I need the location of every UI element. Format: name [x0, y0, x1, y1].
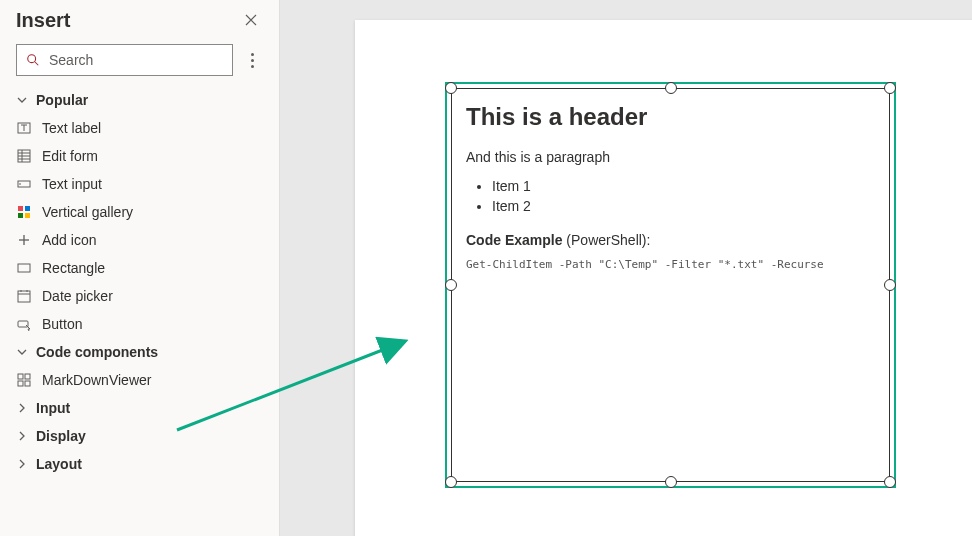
calendar-icon	[16, 288, 32, 304]
item-label: Text label	[42, 120, 101, 136]
rectangle-icon	[16, 260, 32, 276]
preview-code: Get-ChildItem -Path "C:\Temp" -Filter "*…	[466, 258, 875, 271]
item-label: Edit form	[42, 148, 98, 164]
preview-paragraph: And this is a paragraph	[466, 149, 875, 165]
svg-rect-27	[25, 381, 30, 386]
preview-header: This is a header	[466, 103, 875, 131]
component-icon	[16, 372, 32, 388]
section-label: Popular	[36, 92, 88, 108]
chevron-right-icon	[16, 430, 28, 442]
edit-form-icon	[16, 148, 32, 164]
resize-handle[interactable]	[445, 82, 457, 94]
svg-rect-18	[18, 264, 30, 272]
svg-rect-25	[25, 374, 30, 379]
search-box[interactable]	[16, 44, 233, 76]
item-markdownviewer[interactable]: MarkDownViewer	[0, 366, 279, 394]
section-label: Display	[36, 428, 86, 444]
svg-point-0	[28, 55, 36, 63]
svg-rect-19	[18, 291, 30, 302]
panel-header: Insert	[0, 0, 279, 38]
resize-handle[interactable]	[884, 82, 896, 94]
chevron-down-icon	[16, 94, 28, 106]
canvas-page[interactable]: This is a header And this is a paragraph…	[355, 20, 972, 536]
plus-icon	[16, 232, 32, 248]
close-icon[interactable]	[239, 8, 263, 32]
preview-list: Item 1 Item 2	[466, 177, 875, 216]
resize-handle[interactable]	[884, 476, 896, 488]
svg-line-1	[35, 62, 39, 66]
insert-panel: Insert Popular Text label	[0, 0, 280, 536]
svg-rect-24	[18, 374, 23, 379]
item-button[interactable]: Button	[0, 310, 279, 338]
text-label-icon	[16, 120, 32, 136]
item-label: Button	[42, 316, 82, 332]
svg-rect-12	[18, 206, 23, 211]
section-code-components[interactable]: Code components	[0, 338, 279, 366]
canvas-area: This is a header And this is a paragraph…	[280, 0, 972, 536]
button-icon	[16, 316, 32, 332]
svg-rect-26	[18, 381, 23, 386]
item-add-icon[interactable]: Add icon	[0, 226, 279, 254]
item-label: Vertical gallery	[42, 204, 133, 220]
item-label: Add icon	[42, 232, 96, 248]
item-label: MarkDownViewer	[42, 372, 151, 388]
chevron-right-icon	[16, 402, 28, 414]
item-text-label[interactable]: Text label	[0, 114, 279, 142]
vertical-gallery-icon	[16, 204, 32, 220]
panel-title: Insert	[16, 9, 70, 32]
item-label: Date picker	[42, 288, 113, 304]
search-icon	[25, 52, 41, 68]
section-label: Input	[36, 400, 70, 416]
markdownviewer-control[interactable]: This is a header And this is a paragraph…	[451, 88, 890, 482]
search-input[interactable]	[49, 52, 224, 68]
svg-rect-15	[25, 213, 30, 218]
section-label: Code components	[36, 344, 158, 360]
item-label: Rectangle	[42, 260, 105, 276]
item-edit-form[interactable]: Edit form	[0, 142, 279, 170]
list-item: Item 1	[492, 177, 875, 197]
list-item: Item 2	[492, 197, 875, 217]
chevron-down-icon	[16, 346, 28, 358]
section-input[interactable]: Input	[0, 394, 279, 422]
more-options-icon[interactable]	[241, 48, 263, 72]
chevron-right-icon	[16, 458, 28, 470]
section-label: Layout	[36, 456, 82, 472]
resize-handle[interactable]	[884, 279, 896, 291]
section-popular[interactable]: Popular	[0, 86, 279, 114]
section-layout[interactable]: Layout	[0, 450, 279, 478]
text-input-icon	[16, 176, 32, 192]
item-text-input[interactable]: Text input	[0, 170, 279, 198]
insert-tree: Popular Text label Edit form Text input	[0, 86, 279, 536]
search-row	[0, 38, 279, 86]
resize-handle[interactable]	[665, 82, 677, 94]
section-display[interactable]: Display	[0, 422, 279, 450]
resize-handle[interactable]	[665, 476, 677, 488]
svg-rect-14	[18, 213, 23, 218]
item-date-picker[interactable]: Date picker	[0, 282, 279, 310]
svg-rect-13	[25, 206, 30, 211]
item-rectangle[interactable]: Rectangle	[0, 254, 279, 282]
preview-code-label: Code Example (PowerShell):	[466, 232, 875, 248]
selection-outline: This is a header And this is a paragraph…	[445, 82, 896, 488]
resize-handle[interactable]	[445, 279, 457, 291]
item-label: Text input	[42, 176, 102, 192]
item-vertical-gallery[interactable]: Vertical gallery	[0, 198, 279, 226]
resize-handle[interactable]	[445, 476, 457, 488]
